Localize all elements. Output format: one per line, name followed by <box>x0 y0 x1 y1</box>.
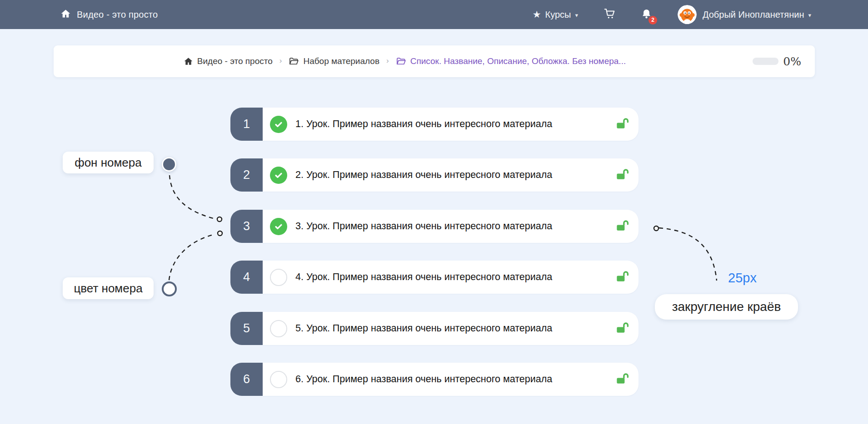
lesson-number-block: 3 <box>230 210 263 243</box>
lesson-number-block: 5 <box>230 312 263 345</box>
lesson-card: 1. Урок. Пример названия очень интересно… <box>263 108 639 141</box>
courses-label: Курсы <box>545 10 571 20</box>
number-color-swatch <box>162 281 177 296</box>
lesson-card: 4. Урок. Пример названия очень интересно… <box>263 261 639 294</box>
lesson-row[interactable]: 4 4. Урок. Пример названия очень интерес… <box>230 261 639 294</box>
courses-menu[interactable]: ★ Курсы ▾ <box>533 10 578 20</box>
cart-icon <box>604 8 615 21</box>
progress: 0% <box>753 45 801 77</box>
breadcrumb: Видео - это просто › Набор материалов › <box>184 56 626 67</box>
progress-bar <box>753 58 778 65</box>
lesson-number-block: 2 <box>230 158 263 192</box>
folder-open-icon <box>289 56 299 67</box>
radius-value-annotation: 25px <box>728 271 757 286</box>
lesson-number-block: 4 <box>230 261 263 294</box>
number-background-swatch <box>162 157 176 172</box>
lesson-row[interactable]: 6 6. Урок. Пример названия очень интерес… <box>230 363 639 396</box>
lesson-card: 5. Урок. Пример названия очень интересно… <box>263 312 639 345</box>
brand-home-link[interactable]: Видео - это просто <box>60 9 158 21</box>
unlock-icon <box>615 321 629 335</box>
incomplete-circle-icon <box>270 371 287 388</box>
chevron-down-icon: ▾ <box>808 12 811 19</box>
lesson-row[interactable]: 2 2. Урок. Пример названия очень интерес… <box>230 158 639 192</box>
progress-percent: 0% <box>783 55 801 68</box>
lesson-card: 3. Урок. Пример названия очень интересно… <box>263 210 639 243</box>
lesson-title: 3. Урок. Пример названия очень интересно… <box>295 221 552 232</box>
lesson-title: 6. Урок. Пример названия очень интересно… <box>295 374 552 385</box>
home-icon <box>184 57 193 66</box>
number-color-annotation: цвет номера <box>63 277 154 299</box>
lesson-row[interactable]: 1 1. Урок. Пример названия очень интерес… <box>230 108 639 141</box>
home-icon <box>60 9 71 21</box>
lesson-card: 6. Урок. Пример названия очень интересно… <box>263 363 639 396</box>
radius-label-annotation: закругление краёв <box>655 294 798 320</box>
lesson-card: 2. Урок. Пример названия очень интересно… <box>263 158 639 192</box>
breadcrumb-label: Набор материалов <box>303 56 379 66</box>
lesson-title: 4. Урок. Пример названия очень интересно… <box>295 271 552 283</box>
brand-label: Видео - это просто <box>77 10 158 20</box>
lesson-row[interactable]: 5 5. Урок. Пример названия очень интерес… <box>230 312 639 345</box>
unlock-icon <box>615 219 629 233</box>
incomplete-circle-icon <box>270 269 287 286</box>
folder-open-icon <box>396 56 406 67</box>
notifications-button[interactable]: 2 <box>641 8 652 21</box>
breadcrumb-item-current[interactable]: Список. Название, Описание, Обложка. Без… <box>396 56 626 67</box>
lesson-title: 5. Урок. Пример названия очень интересно… <box>295 323 552 334</box>
breadcrumb-bar: Видео - это просто › Набор материалов › <box>54 45 815 77</box>
completed-check-icon <box>270 167 287 184</box>
user-menu[interactable]: Добрый Инопланетянин ▾ <box>678 5 811 24</box>
completed-check-icon <box>270 218 287 235</box>
chevron-down-icon: ▾ <box>575 12 578 19</box>
navbar-right: ★ Курсы ▾ <box>533 5 811 24</box>
user-name: Добрый Инопланетянин <box>703 10 804 20</box>
breadcrumb-label: Видео - это просто <box>197 56 273 66</box>
lesson-number-block: 6 <box>230 363 263 396</box>
lesson-row[interactable]: 3 3. Урок. Пример названия очень интерес… <box>230 210 639 243</box>
notifications-badge: 2 <box>649 16 657 25</box>
breadcrumb-label: Список. Название, Описание, Обложка. Без… <box>410 56 626 66</box>
breadcrumb-item-materials[interactable]: Набор материалов <box>289 56 379 67</box>
page: Видео - это просто ★ Курсы ▾ <box>0 0 868 424</box>
unlock-icon <box>615 168 629 182</box>
avatar <box>678 5 697 24</box>
completed-check-icon <box>270 116 287 133</box>
star-icon: ★ <box>533 10 541 19</box>
top-navbar: Видео - это просто ★ Курсы ▾ <box>0 0 868 29</box>
lesson-number-block: 1 <box>230 108 263 141</box>
number-background-annotation: фон номера <box>63 152 154 173</box>
lesson-title: 2. Урок. Пример названия очень интересно… <box>295 169 552 181</box>
unlock-icon <box>615 117 629 131</box>
lesson-title: 1. Урок. Пример названия очень интересно… <box>295 118 552 130</box>
unlock-icon <box>615 372 629 386</box>
incomplete-circle-icon <box>270 320 287 337</box>
breadcrumb-separator: › <box>386 56 389 65</box>
unlock-icon <box>615 270 629 284</box>
breadcrumb-separator: › <box>279 56 282 65</box>
cart-button[interactable] <box>604 8 615 21</box>
breadcrumb-item-home[interactable]: Видео - это просто <box>184 56 273 66</box>
